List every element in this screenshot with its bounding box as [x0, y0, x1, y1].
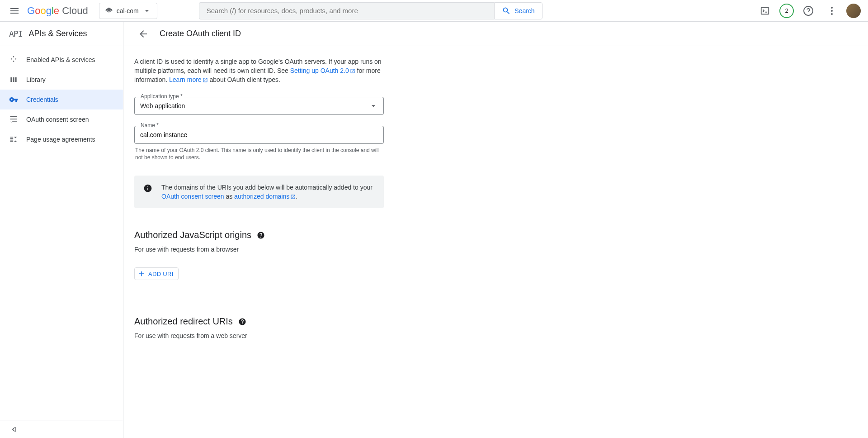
add-js-origin-button[interactable]: ADD URI [134, 267, 179, 280]
intro-text: A client ID is used to identify a single… [134, 57, 384, 84]
consent-icon [9, 115, 18, 124]
agreements-icon [9, 135, 18, 144]
js-origins-heading: Authorized JavaScript origins [134, 230, 384, 240]
help-button[interactable] [799, 2, 817, 20]
more-vert-icon [826, 5, 837, 16]
sidebar-header[interactable]: API APIs & Services [0, 22, 123, 46]
dropdown-icon [369, 101, 378, 110]
redirect-uris-title: Authorized redirect URIs [134, 316, 233, 327]
project-selector[interactable]: cal-com [99, 3, 157, 19]
application-type-field: Application type * Web application [134, 97, 384, 115]
name-field: Name * The name of your OAuth 2.0 client… [134, 126, 384, 161]
key-icon [9, 95, 18, 104]
terminal-icon [760, 6, 770, 16]
page-title: Create OAuth client ID [160, 29, 241, 38]
nav-label: Credentials [26, 96, 58, 103]
info-box: The domains of the URIs you add below wi… [134, 176, 384, 208]
help-icon [803, 5, 814, 16]
sidebar-nav: Enabled APIs & services Library Credenti… [0, 46, 123, 420]
nav-page-usage[interactable]: Page usage agreements [0, 129, 123, 149]
svg-rect-0 [761, 7, 769, 14]
setup-oauth-link[interactable]: Setting up OAuth 2.0 [290, 67, 355, 74]
redirect-uris-heading: Authorized redirect URIs [134, 316, 384, 327]
nav-oauth-consent[interactable]: OAuth consent screen [0, 110, 123, 129]
content-body: A client ID is used to identify a single… [123, 46, 395, 365]
api-badge: API [9, 29, 23, 38]
app-type-select[interactable]: Web application [134, 97, 384, 115]
external-link-icon [290, 194, 296, 200]
authorized-domains-link[interactable]: authorized domains [234, 193, 296, 200]
name-label: Name * [139, 122, 160, 129]
svg-point-3 [831, 10, 833, 12]
name-input[interactable] [134, 126, 384, 144]
svg-point-2 [831, 7, 833, 9]
app-type-value: Web application [140, 102, 185, 110]
topbar-right: 2 [756, 2, 864, 20]
search-input[interactable] [207, 7, 487, 14]
nav-label: Enabled APIs & services [26, 56, 95, 63]
info-icon [143, 184, 152, 193]
project-icon [105, 7, 113, 15]
sidebar-footer [0, 420, 123, 438]
redirect-uris-desc: For use with requests from a web server [134, 332, 384, 339]
user-avatar[interactable] [846, 4, 861, 18]
trial-count: 2 [785, 7, 788, 14]
sidebar-title: APIs & Services [29, 29, 87, 38]
chevron-left-icon [9, 425, 18, 434]
project-name: cal-com [117, 7, 139, 14]
free-trial-badge[interactable]: 2 [779, 4, 794, 18]
learn-more-link[interactable]: Learn more [169, 76, 208, 83]
oauth-consent-link[interactable]: OAuth consent screen [161, 193, 224, 200]
logo-text: Google Cloud [27, 5, 88, 17]
search-button-label: Search [514, 7, 534, 14]
cloud-shell-button[interactable] [756, 2, 774, 20]
menu-icon [9, 5, 20, 16]
nav-library[interactable]: Library [0, 70, 123, 90]
search-icon [502, 6, 511, 15]
external-link-icon [203, 77, 208, 83]
content-header: Create OAuth client ID [123, 22, 868, 46]
nav-label: Page usage agreements [26, 136, 95, 143]
arrow-back-icon [138, 29, 149, 39]
nav-label: OAuth consent screen [26, 116, 89, 123]
plus-icon [137, 270, 146, 278]
search-container: Search [199, 2, 542, 19]
external-link-icon [350, 68, 355, 74]
collapse-sidebar-button[interactable] [7, 423, 20, 436]
enabled-apis-icon [9, 55, 18, 64]
sidebar: API APIs & Services Enabled APIs & servi… [0, 22, 123, 438]
google-cloud-logo[interactable]: Google Cloud [27, 5, 88, 17]
nav-enabled-apis[interactable]: Enabled APIs & services [0, 50, 123, 70]
svg-point-4 [831, 13, 833, 15]
help-icon[interactable] [238, 318, 246, 326]
app-type-label: Application type * [139, 93, 184, 100]
content: Create OAuth client ID A client ID is us… [123, 22, 868, 438]
nav-credentials[interactable]: Credentials [0, 90, 123, 110]
hamburger-menu-button[interactable] [4, 0, 25, 22]
js-origins-desc: For use with requests from a browser [134, 246, 384, 253]
more-button[interactable] [823, 2, 841, 20]
help-icon[interactable] [257, 231, 265, 239]
name-help-text: The name of your OAuth 2.0 client. This … [134, 147, 384, 161]
search-button[interactable]: Search [494, 2, 542, 19]
nav-label: Library [26, 76, 46, 83]
search-box[interactable] [199, 2, 495, 19]
add-uri-label: ADD URI [148, 271, 174, 277]
topbar: Google Cloud cal-com Search 2 [0, 0, 868, 22]
dropdown-icon [142, 6, 151, 15]
main-layout: API APIs & Services Enabled APIs & servi… [0, 22, 868, 438]
library-icon [9, 75, 18, 84]
js-origins-title: Authorized JavaScript origins [134, 230, 251, 240]
info-text: The domains of the URIs you add below wi… [161, 183, 375, 201]
back-button[interactable] [134, 25, 152, 43]
